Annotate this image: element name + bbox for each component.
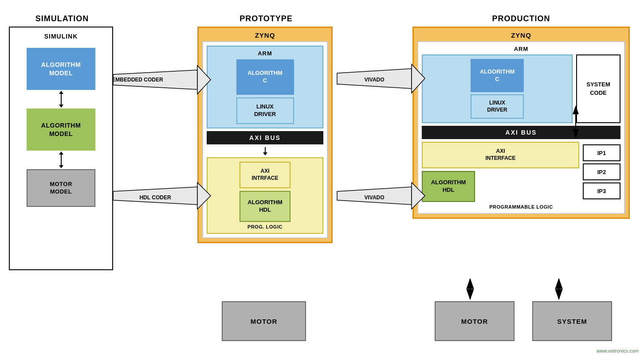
arrow-up-1 <box>59 91 63 94</box>
prod-ip1: IP1 <box>583 144 620 161</box>
diagram-container: SIMULATION PROTOTYPE PRODUCTION SIMULINK… <box>0 0 644 357</box>
axi-arrow-head <box>263 152 267 155</box>
hdl-coder-arrow-body <box>113 187 197 205</box>
prod-zynq-label: ZYNQ <box>417 31 625 39</box>
proto-arm-label: ARM <box>211 50 319 57</box>
arrow-up-2 <box>59 151 63 155</box>
prod-algorithm-hdl: ALGORITHMHDL <box>422 171 475 202</box>
vivado-top-label: VIVADO <box>364 77 384 83</box>
arrow-down-2 <box>59 165 63 168</box>
embedded-coder-arrow-body <box>113 70 197 89</box>
axi-arrow-line <box>265 147 266 152</box>
prod-prog-logic-label: PROGRAMMABLE LOGIC <box>422 204 620 210</box>
prod-linux-driver: LINUXDRIVER <box>471 94 524 119</box>
hdl-coder-label: HDL CODER <box>139 194 171 201</box>
proto-zynq-label: ZYNQ <box>202 31 328 39</box>
prod-arm-label: ARM <box>422 46 620 52</box>
production-title: PRODUCTION <box>412 14 630 23</box>
algo-model-green-sim: ALGORITHMMODEL <box>27 109 95 151</box>
prod-system-box: SYSTEM <box>532 301 612 341</box>
proto-axi-interface: AXIINTRFACE <box>240 162 291 188</box>
proto-algorithm-c: ALGORITHMC <box>236 59 294 95</box>
arrow-down-1 <box>59 105 63 108</box>
prod-axi-bus: AXI BUS <box>422 126 620 139</box>
simulation-box: SIMULINK ALGORITHMMODEL ALGORITHMMODEL M… <box>9 27 113 270</box>
prod-axi-interface: AXIINTERFACE <box>422 142 579 168</box>
proto-linux-driver: LINUXDRIVER <box>236 97 294 124</box>
prod-ip2: IP2 <box>583 163 620 180</box>
arrow-line-2 <box>61 155 62 165</box>
prototype-zynq-box: ZYNQ ARM ALGORITHMC LINUXDRIVER AXI BUS <box>197 27 333 243</box>
prod-system-code: SYSTEMCODE <box>576 54 620 123</box>
vivado-bottom-label: VIVADO <box>364 194 384 201</box>
simulink-label: SIMULINK <box>15 33 107 40</box>
prod-ip3: IP3 <box>583 182 620 199</box>
arrow-line-1 <box>61 94 62 105</box>
proto-prog-logic-label: PROG. LOGIC <box>211 224 319 229</box>
algo-model-blue-sim: ALGORITHMMODEL <box>27 48 95 90</box>
motor-model-sim: MOTORMODEL <box>27 169 95 207</box>
prod-algorithm-c: ALGORITHMC <box>471 59 524 92</box>
watermark: www.eetronics.com <box>597 348 639 353</box>
simulation-title: SIMULATION <box>9 14 115 23</box>
proto-algorithm-hdl: ALGORITHMHDL <box>240 191 291 222</box>
proto-axi-bus: AXI BUS <box>207 131 323 144</box>
vivado-top-arrow-body <box>337 69 412 89</box>
embedded-coder-label: EMBEDDED CODER <box>112 77 163 83</box>
prototype-title: PROTOTYPE <box>195 14 337 23</box>
vivado-bottom-arrow-body <box>337 187 412 205</box>
proto-motor-box: MOTOR <box>222 301 306 341</box>
prod-motor-box: MOTOR <box>435 301 514 341</box>
production-zynq-box: ZYNQ ARM ALGORITHMC LINUXDRIVER <box>412 27 630 219</box>
